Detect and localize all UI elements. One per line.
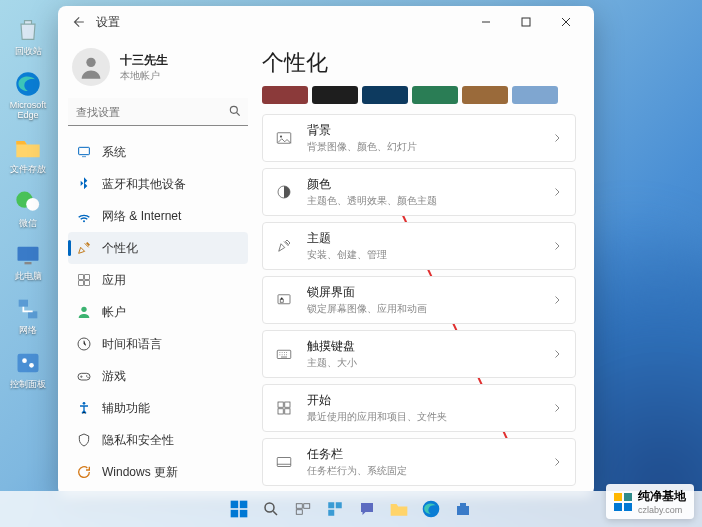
sidebar-item-update[interactable]: Windows 更新	[68, 456, 248, 488]
user-sub: 本地帐户	[120, 69, 168, 83]
sidebar-item-label: 系统	[102, 144, 126, 161]
lockscreen-icon	[275, 291, 293, 309]
chevron-right-icon	[551, 402, 563, 414]
explorer-icon[interactable]	[385, 495, 413, 523]
avatar	[72, 48, 110, 86]
sidebar-item-accessibility[interactable]: 辅助功能	[68, 392, 248, 424]
sidebar-item-network[interactable]: 网络 & Internet	[68, 200, 248, 232]
folder-icon	[13, 133, 43, 163]
sidebar-item-accounts[interactable]: 帐户	[68, 296, 248, 328]
sidebar-item-label: Windows 更新	[102, 464, 178, 481]
svg-rect-31	[278, 295, 290, 304]
accounts-icon	[76, 304, 92, 320]
window-title: 设置	[96, 14, 120, 31]
sidebar-item-label: 个性化	[102, 240, 138, 257]
svg-point-12	[230, 106, 237, 113]
sidebar-item-system[interactable]: 系统	[68, 136, 248, 168]
card-background[interactable]: 背景 背景图像、颜色、幻灯片	[262, 114, 576, 162]
card-title: 背景	[307, 122, 551, 139]
sidebar-item-label: 游戏	[102, 368, 126, 385]
chevron-right-icon	[551, 132, 563, 144]
search-input[interactable]	[68, 98, 248, 126]
theme-strip	[262, 86, 576, 104]
svg-rect-41	[231, 510, 239, 517]
desktop-icon-recycle-bin[interactable]: 回收站	[3, 15, 53, 57]
svg-rect-4	[25, 262, 32, 264]
watermark-brand: 纯净基地	[638, 489, 686, 503]
card-colors[interactable]: 颜色 主题色、透明效果、颜色主题	[262, 168, 576, 216]
watermark-url: czlaby.com	[638, 505, 686, 515]
svg-rect-6	[28, 312, 37, 319]
svg-rect-36	[278, 409, 283, 414]
card-title: 任务栏	[307, 446, 551, 463]
user-name: 十三先生	[120, 52, 168, 69]
svg-rect-38	[277, 458, 291, 467]
card-sub: 主题色、透明效果、颜色主题	[307, 194, 551, 208]
theme-thumbnail[interactable]	[512, 86, 558, 104]
desktop-icon-wechat[interactable]: 微信	[3, 187, 53, 229]
touch-keyboard-icon	[275, 345, 293, 363]
card-title: 锁屏界面	[307, 284, 551, 301]
card-themes[interactable]: 主题 安装、创建、管理	[262, 222, 576, 270]
svg-rect-15	[79, 275, 84, 280]
card-start[interactable]: 开始 最近使用的应用和项目、文件夹	[262, 384, 576, 432]
widgets-icon[interactable]	[321, 495, 349, 523]
theme-thumbnail[interactable]	[362, 86, 408, 104]
sidebar-item-apps[interactable]: 应用	[68, 264, 248, 296]
card-taskbar[interactable]: 任务栏 任务栏行为、系统固定	[262, 438, 576, 486]
sidebar-item-privacy[interactable]: 隐私和安全性	[68, 424, 248, 456]
back-button[interactable]	[66, 10, 90, 34]
task-view-icon[interactable]	[289, 495, 317, 523]
card-touch-keyboard[interactable]: 触摸键盘 主题、大小	[262, 330, 576, 378]
svg-rect-13	[79, 147, 90, 154]
update-icon	[76, 464, 92, 480]
svg-point-2	[26, 197, 39, 210]
theme-thumbnail[interactable]	[412, 86, 458, 104]
maximize-button[interactable]	[506, 7, 546, 37]
card-lockscreen[interactable]: 锁屏界面 锁定屏幕图像、应用和动画	[262, 276, 576, 324]
sidebar-item-personalization[interactable]: 个性化	[68, 232, 248, 264]
content-area: 个性化 背景 背景图像、颜色、幻灯片 颜色 主题色、透明效果、颜色主题 主题 安…	[258, 38, 594, 496]
taskbar-edge-icon[interactable]	[417, 495, 445, 523]
sidebar-item-bluetooth[interactable]: 蓝牙和其他设备	[68, 168, 248, 200]
desktop-icon-network[interactable]: 网络	[3, 294, 53, 336]
card-title: 触摸键盘	[307, 338, 551, 355]
svg-point-8	[22, 359, 27, 364]
sidebar-item-label: 时间和语言	[102, 336, 162, 353]
sidebar-item-label: 应用	[102, 272, 126, 289]
sidebar-item-label: 帐户	[102, 304, 126, 321]
svg-rect-35	[285, 402, 290, 407]
theme-thumbnail[interactable]	[262, 86, 308, 104]
svg-rect-48	[336, 502, 342, 508]
taskbar	[0, 491, 702, 527]
taskbar-search-icon[interactable]	[257, 495, 285, 523]
card-sub: 安装、创建、管理	[307, 248, 551, 262]
search-box	[68, 98, 248, 126]
svg-rect-39	[231, 501, 239, 509]
start-button[interactable]	[225, 495, 253, 523]
chat-icon[interactable]	[353, 495, 381, 523]
theme-thumbnail[interactable]	[462, 86, 508, 104]
search-icon	[228, 104, 242, 118]
user-account-row[interactable]: 十三先生 本地帐户	[68, 42, 248, 96]
close-button[interactable]	[546, 7, 586, 37]
sidebar-item-time[interactable]: 时间和语言	[68, 328, 248, 360]
sidebar-item-gaming[interactable]: 游戏	[68, 360, 248, 392]
theme-thumbnail[interactable]	[312, 86, 358, 104]
svg-rect-10	[522, 18, 530, 26]
sidebar: 十三先生 本地帐户 系统蓝牙和其他设备网络 & Internet个性化应用帐户时…	[58, 38, 258, 496]
this-pc-icon	[13, 240, 43, 270]
svg-rect-18	[85, 281, 90, 286]
svg-point-14	[83, 220, 85, 222]
desktop-icon-this-pc[interactable]: 此电脑	[3, 240, 53, 282]
minimize-button[interactable]	[466, 7, 506, 37]
desktop-icon-control-panel[interactable]: 控制面板	[3, 348, 53, 390]
personalization-icon	[76, 240, 92, 256]
chevron-right-icon	[551, 348, 563, 360]
svg-rect-3	[18, 247, 39, 261]
desktop-icon-edge[interactable]: Microsoft Edge	[3, 69, 53, 121]
desktop-icon-folder[interactable]: 文件存放	[3, 133, 53, 175]
chevron-right-icon	[551, 186, 563, 198]
svg-point-22	[86, 375, 87, 376]
store-icon[interactable]	[449, 495, 477, 523]
